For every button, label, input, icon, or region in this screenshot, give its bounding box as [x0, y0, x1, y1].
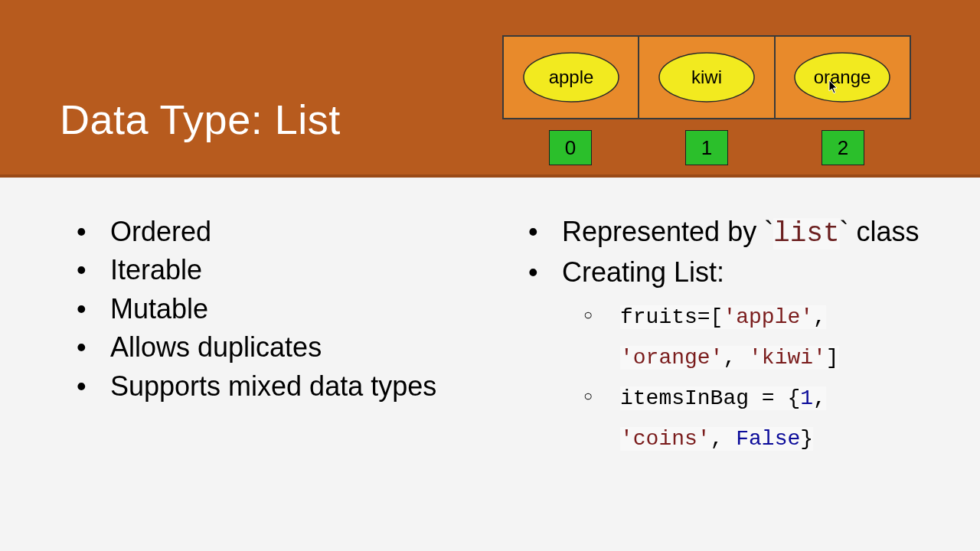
list-cells-row: apple kiwi orange: [502, 35, 911, 119]
code-token: 'kiwi': [749, 346, 826, 370]
index-box: 0: [549, 130, 592, 165]
ellipse-icon: kiwi: [645, 47, 768, 108]
ellipse-icon: orange: [781, 47, 903, 108]
code-token: fruits=[: [620, 305, 723, 329]
index-row: 0 1 2: [502, 130, 911, 165]
info-list: Represented by `list` class Creating Lis…: [528, 213, 934, 460]
code-token: False: [736, 427, 800, 451]
bullet-item: Ordered: [77, 213, 459, 251]
slide-title: Data Type: List: [60, 96, 341, 143]
feature-list: Ordered Iterable Mutable Allows duplicat…: [77, 213, 459, 406]
code-token: ,: [813, 386, 826, 410]
code-line: fruits=['apple', 'orange', 'kiwi']: [562, 297, 934, 378]
slide-body: Ordered Iterable Mutable Allows duplicat…: [0, 178, 980, 460]
code-token: }: [800, 427, 813, 451]
code-token: 'apple': [723, 305, 813, 329]
index-box: 2: [822, 130, 864, 165]
right-column: Represented by `list` class Creating Lis…: [490, 213, 980, 460]
code-token: 'coins': [620, 427, 710, 451]
text-fragment: ` class: [840, 216, 920, 247]
bullet-item: Mutable: [77, 290, 459, 328]
list-cell: apple: [503, 36, 639, 119]
index-box: 1: [685, 130, 728, 165]
code-line: itemsInBag = {1, 'coins', False}: [562, 378, 934, 459]
code-token: 1: [800, 386, 813, 410]
bullet-item-creating: Creating List: fruits=['apple', 'orange'…: [528, 253, 934, 459]
list-cell: orange: [775, 36, 910, 119]
code-class-name: list: [773, 218, 839, 249]
slide-header: Data Type: List apple kiwi orange: [0, 0, 980, 178]
code-token: ,: [813, 305, 826, 329]
bullet-item-class: Represented by `list` class: [528, 213, 934, 253]
left-column: Ordered Iterable Mutable Allows duplicat…: [0, 213, 490, 460]
code-token: ]: [826, 346, 839, 370]
text-fragment: Represented by `: [562, 216, 773, 247]
bullet-item: Iterable: [77, 251, 459, 289]
code-token: ,: [723, 346, 749, 370]
ellipse-icon: apple: [510, 47, 632, 108]
code-token: itemsInBag = {: [620, 386, 800, 410]
list-cell-label: kiwi: [691, 67, 722, 87]
creating-label: Creating List:: [562, 256, 724, 288]
code-token: 'orange': [620, 346, 723, 370]
list-cell-label: orange: [814, 67, 871, 87]
bullet-item: Supports mixed data types: [77, 367, 459, 406]
list-cell-label: apple: [548, 67, 593, 87]
list-cell: kiwi: [639, 36, 774, 119]
code-token: ,: [710, 427, 737, 451]
bullet-item: Allows duplicates: [77, 328, 459, 367]
list-diagram: apple kiwi orange 0 1 2: [502, 35, 911, 165]
code-sublist: fruits=['apple', 'orange', 'kiwi'] items…: [562, 297, 934, 460]
